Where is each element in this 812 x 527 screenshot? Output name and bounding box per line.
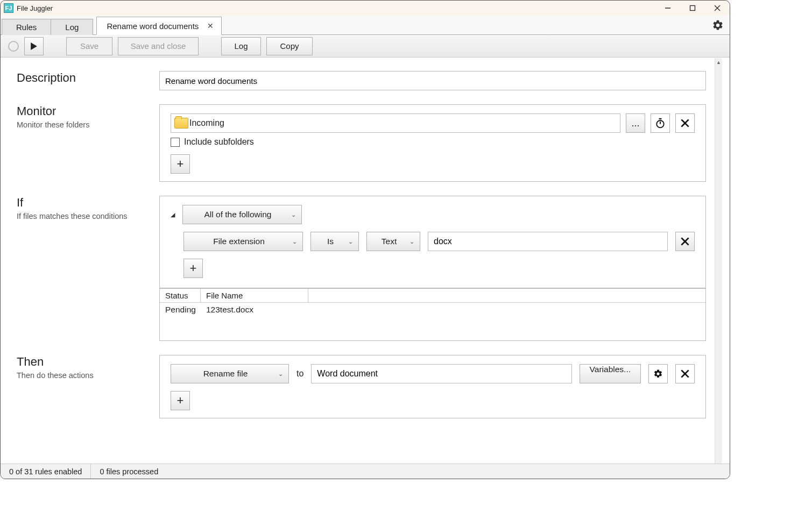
- action-remove-button[interactable]: [675, 364, 695, 383]
- if-row: If If files matches these conditions ◢ A…: [17, 196, 715, 341]
- rename-to-input[interactable]: [311, 364, 571, 383]
- content-area: Description Monitor Monitor these folder…: [1, 58, 715, 464]
- then-heading: Then: [17, 355, 159, 369]
- if-panel: ◢ All of the following ⌄ File extension …: [159, 196, 706, 288]
- tab-log[interactable]: Log: [51, 19, 93, 35]
- save-label: Save: [80, 41, 98, 51]
- condition-group-mode-dropdown[interactable]: All of the following ⌄: [182, 205, 302, 224]
- browse-folder-button[interactable]: ...: [626, 113, 645, 133]
- svg-rect-1: [690, 6, 695, 11]
- minimize-button[interactable]: [655, 1, 680, 16]
- variables-label: Variables...: [590, 365, 631, 374]
- action-label: Rename file: [203, 369, 248, 379]
- settings-gear-icon[interactable]: [711, 19, 724, 32]
- status-bar: 0 of 31 rules enabled 0 files processed: [1, 464, 730, 479]
- col-header-status[interactable]: Status: [160, 289, 201, 302]
- save-button[interactable]: Save: [66, 37, 112, 55]
- chevron-down-icon: ⌄: [409, 238, 414, 245]
- monitor-heading: Monitor: [17, 104, 159, 118]
- variables-button[interactable]: Variables...: [580, 364, 641, 383]
- condition-type-label: Text: [382, 237, 397, 246]
- monitor-remove-button[interactable]: [675, 113, 695, 133]
- condition-field-dropdown[interactable]: File extension ⌄: [183, 232, 303, 251]
- col-header-filename[interactable]: File Name: [201, 289, 308, 302]
- tab-close-icon[interactable]: ✕: [207, 22, 214, 30]
- condition-group-mode-label: All of the following: [204, 210, 272, 219]
- chevron-down-icon: ⌄: [292, 238, 297, 245]
- then-panel: Rename file ⌄ to Variables... +: [159, 355, 706, 418]
- chevron-down-icon: ⌄: [348, 238, 353, 245]
- condition-op-dropdown[interactable]: Is ⌄: [310, 232, 359, 251]
- table-row[interactable]: Pending 123test.docx: [160, 303, 705, 317]
- condition-field-label: File extension: [213, 237, 265, 246]
- if-subheading: If files matches these conditions: [17, 212, 159, 220]
- then-subheading: Then do these actions: [17, 371, 159, 380]
- log-button-label: Log: [234, 41, 248, 51]
- action-settings-button[interactable]: [648, 364, 668, 383]
- copy-button[interactable]: Copy: [266, 37, 313, 55]
- table-header: Status File Name: [160, 288, 705, 303]
- run-button[interactable]: [24, 37, 44, 55]
- svg-rect-5: [659, 118, 662, 119]
- status-rules-enabled: 0 of 31 rules enabled: [1, 464, 91, 479]
- monitor-panel: Incoming ... Include subfolders: [159, 104, 706, 182]
- scroll-up-icon[interactable]: ▲: [715, 58, 722, 67]
- include-subfolders-label: Include subfolders: [184, 137, 254, 147]
- save-and-close-button[interactable]: Save and close: [118, 37, 199, 55]
- cell-status: Pending: [160, 305, 201, 315]
- condition-row: File extension ⌄ Is ⌄ Text ⌄: [183, 232, 695, 251]
- toolbar: Save Save and close Log Copy: [1, 35, 730, 58]
- tab-rules-label: Rules: [16, 23, 37, 32]
- add-action-button[interactable]: +: [171, 391, 190, 410]
- enable-toggle-icon[interactable]: [8, 41, 19, 52]
- browse-label: ...: [631, 118, 639, 129]
- condition-op-label: Is: [327, 237, 334, 246]
- maximize-button[interactable]: [680, 1, 705, 16]
- monitor-timer-button[interactable]: [651, 113, 670, 133]
- description-row: Description: [17, 71, 715, 90]
- disclosure-triangle-icon[interactable]: ◢: [171, 211, 178, 218]
- vertical-scrollbar[interactable]: ▲: [715, 58, 722, 464]
- description-input[interactable]: [159, 71, 706, 90]
- description-heading: Description: [17, 71, 159, 85]
- app-title: File Juggler: [17, 4, 53, 12]
- monitor-folder-input[interactable]: Incoming: [171, 113, 620, 133]
- condition-type-dropdown[interactable]: Text ⌄: [366, 232, 420, 251]
- to-label: to: [296, 369, 303, 379]
- log-button[interactable]: Log: [221, 37, 261, 55]
- svg-marker-4: [31, 42, 37, 50]
- condition-remove-button[interactable]: [675, 232, 695, 251]
- close-button[interactable]: [705, 1, 730, 16]
- matches-table: Status File Name Pending 123test.docx: [159, 288, 706, 341]
- add-condition-button[interactable]: +: [183, 259, 203, 278]
- app-icon: FJ: [4, 3, 13, 13]
- condition-value-input[interactable]: [428, 232, 668, 251]
- cell-filename: 123test.docx: [201, 305, 308, 315]
- checkbox-icon: [171, 138, 180, 147]
- chevron-down-icon: ⌄: [278, 371, 283, 378]
- titlebar: FJ File Juggler: [1, 1, 730, 16]
- tab-log-label: Log: [65, 23, 79, 32]
- monitor-folder-name: Incoming: [189, 118, 224, 128]
- tab-rules[interactable]: Rules: [2, 19, 51, 35]
- folder-icon: [174, 118, 188, 129]
- then-row: Then Then do these actions Rename file ⌄…: [17, 355, 715, 418]
- add-monitor-folder-button[interactable]: +: [171, 154, 190, 174]
- monitor-row: Monitor Monitor these folders Incoming .…: [17, 104, 715, 182]
- status-files-processed: 0 files processed: [91, 464, 167, 479]
- tab-document[interactable]: Rename word documents ✕: [96, 17, 222, 35]
- copy-label: Copy: [280, 41, 299, 51]
- tabs-row: Rules Log Rename word documents ✕: [1, 16, 730, 35]
- chevron-down-icon: ⌄: [291, 211, 296, 218]
- save-and-close-label: Save and close: [131, 41, 186, 51]
- tab-document-label: Rename word documents: [107, 22, 199, 31]
- if-heading: If: [17, 196, 159, 210]
- monitor-subheading: Monitor these folders: [17, 120, 159, 129]
- window-controls: [655, 1, 730, 16]
- include-subfolders-checkbox[interactable]: Include subfolders: [171, 137, 695, 147]
- action-dropdown[interactable]: Rename file ⌄: [171, 364, 289, 383]
